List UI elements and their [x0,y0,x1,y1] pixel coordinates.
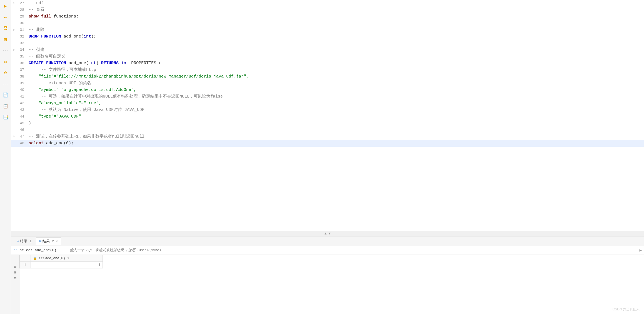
gutter-44: 44 [11,113,26,120]
gutter-32: 32 [11,33,26,40]
gutter-47: ⊖ 47 [11,133,26,140]
linenum-33: 33 [16,40,26,47]
fold-27[interactable]: ⊖ [11,0,16,7]
line-content-41: -- 可选，如果在计算中对出现的NULL值有特殊处理，确定结果中不会返回NULL… [26,93,644,100]
code-line-39: 39 -- extends UDF 的类名 [11,80,644,87]
col-type-num: 123 [39,257,44,260]
line-content-48: select add_one(0); [26,140,644,147]
mail-icon[interactable]: ✉ [2,58,9,66]
linenum-40: 40 [16,87,26,93]
code-line-48: 48 select add_one(0); [11,140,644,147]
sidebar-row-icon2[interactable]: ⊟ [14,270,16,275]
col-lock-icon: 🔒 [33,256,37,260]
tab2-close[interactable]: ✕ [56,239,58,243]
gutter-40: 40 [11,87,26,93]
gutter-42: 42 [11,100,26,107]
file3-icon[interactable]: 📑 [2,113,9,121]
line-content-39: -- extends UDF 的类名 [26,80,644,87]
gutter-30: 30 [11,20,26,27]
code-line-42: 42 "always_nullable"="true", [11,100,644,107]
tab2-label: 结果 2 [43,239,54,244]
filter-separator: | [59,248,61,253]
line-content-43: -- 默认为 Native，使用 Java UDF时传 JAVA_UDF [26,107,644,113]
code-line-28: 28 -- 查看 [11,7,644,13]
code-line-44: 44 "type"="JAVA_UDF" [11,113,644,120]
row-sidebar-icons: ⊞ ⊟ ⊞ [14,264,16,281]
fold-31[interactable]: ⊖ [11,27,16,33]
main-content: ⊖ 27 -- udf 28 -- 查看 29 show full functi… [11,0,644,314]
line-content-27: -- udf [26,0,644,7]
line-content-35: -- 函数名可自定义 [26,53,644,60]
fold-34[interactable]: ⊖ [11,47,16,53]
gear-icon[interactable]: ⚙ [2,69,9,77]
line-content-42: "always_nullable"="true", [26,100,644,107]
linenum-35: 35 [16,53,26,60]
line-content-31: -- 删除 [26,27,644,33]
gutter-43: 43 [11,107,26,113]
code-line-47: ⊖ 47 -- 测试，在传参基础上+1，如果非数字或者null则返回null [11,133,644,140]
sidebar-row-icon1[interactable]: ⊞ [14,264,16,269]
run-all-icon[interactable]: ▶+ [2,13,9,21]
results-arrow-right[interactable]: ▶ [640,248,642,253]
fold-47[interactable]: ⊖ [11,133,16,140]
linenum-48: 48 [16,140,26,147]
result-cell-1-1: 1 [31,262,103,268]
code-line-41: 41 -- 可选，如果在计算中对出现的NULL值有特殊处理，确定结果中不会返回N… [11,93,644,100]
dots1[interactable]: ··· [2,47,9,54]
gutter-37: 37 [11,67,26,73]
col-header-add-one[interactable]: 🔒 123 add_one(0) ▼ [31,255,103,262]
line-content-45: ) [26,120,644,127]
file2-icon[interactable]: 📋 [2,102,9,110]
filter-input[interactable] [70,248,637,252]
gutter-36: 36 [11,60,26,67]
run-icon[interactable]: ▶ [2,2,9,10]
code-line-34: ⊖ 34 -- 创建 [11,47,644,53]
linenum-32: 32 [16,33,26,40]
watermark: CSDN @乙真仙人 [612,307,640,312]
line-content-30 [26,20,644,27]
linenum-38: 38 [16,73,26,80]
scroll-arrows[interactable]: ▲ ▼ [325,232,331,236]
linenum-44: 44 [16,113,26,120]
grid-icon[interactable]: ⊟ [2,36,9,43]
code-line-31: ⊖ 31 -- 删除 [11,27,644,33]
result-tab-1[interactable]: ⊞ 结果 1 [13,237,35,245]
linenum-29: 29 [16,13,26,20]
results-table-wrap[interactable]: 🔒 123 add_one(0) ▼ 1 1 [19,255,644,314]
tab2-icon: ⊞ [39,239,41,243]
line-content-32: DROP FUNCTION add_one(int); [26,33,644,40]
col-name: add_one(0) [45,256,65,260]
col-sort-icon[interactable]: ▼ [68,257,69,260]
code-line-29: 29 show full functions; [11,13,644,20]
line-content-46 [26,127,644,133]
gutter-48: 48 [11,140,26,147]
gutter-35: 35 [11,53,26,60]
tab1-icon: ⊞ [17,239,19,243]
code-line-40: 40 "symbol"="org.apache.doris.udf.AddOne… [11,87,644,93]
gutter-33: 33 [11,40,26,47]
save-icon[interactable]: 🖫 [2,24,9,32]
line-content-29: show full functions; [26,13,644,20]
linenum-42: 42 [16,100,26,107]
tab1-label: 结果 1 [20,239,32,244]
file1-icon[interactable]: 📄 [2,91,9,99]
filter-icon-area [64,248,68,252]
linenum-46: 46 [16,127,26,133]
scroll-divider: ▲ ▼ [11,231,644,236]
code-line-43: 43 -- 默认为 Native，使用 Java UDF时传 JAVA_UDF [11,107,644,113]
code-editor[interactable]: ⊖ 27 -- udf 28 -- 查看 29 show full functi… [11,0,644,231]
code-line-46: 46 [11,127,644,133]
results-table: 🔒 123 add_one(0) ▼ 1 1 [19,255,103,268]
dots2[interactable]: ··· [2,80,9,88]
results-query-bar: ⁰ᵀ select add_one(0) | ▶ [11,246,644,255]
query-type-icon: ⁰ᵀ [13,248,17,252]
results-header-row: 🔒 123 add_one(0) ▼ [20,255,103,262]
sidebar-row-icon3[interactable]: ⊞ [14,276,16,281]
code-line-32: 32 DROP FUNCTION add_one(int); [11,33,644,40]
result-tab-2[interactable]: ⊞ 结果 2 ✕ [36,237,61,245]
code-line-38: 38 "file"="file:///mnt/disk2/zhangbinhua… [11,73,644,80]
linenum-34: 34 [16,47,26,53]
gutter-31: ⊖ 31 [11,27,26,33]
linenum-27: 27 [16,0,26,7]
results-panel: ⊞ 结果 1 ⊞ 结果 2 ✕ ⁰ᵀ select add_one(0) | ▶ [11,236,644,314]
